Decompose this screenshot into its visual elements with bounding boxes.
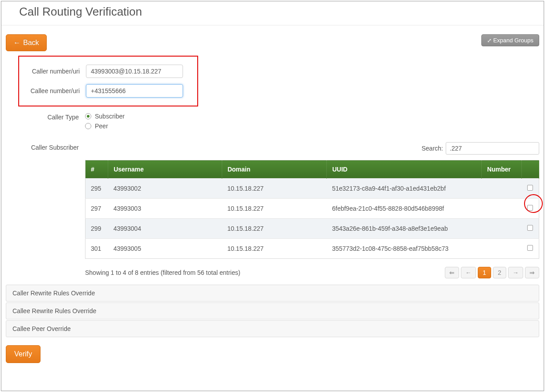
radio-label-peer: Peer (95, 122, 108, 130)
cell-number (482, 239, 522, 259)
cell-uuid: 51e32173-c8a9-44f1-af30-a1ed431eb2bf (327, 179, 482, 199)
cell-id: 299 (85, 219, 108, 239)
row-checkbox[interactable] (527, 225, 533, 231)
caller-type-peer[interactable]: Peer (85, 122, 125, 130)
search-label: Search: (422, 145, 443, 152)
cell-id: 297 (85, 199, 108, 219)
cell-domain: 10.15.18.227 (222, 239, 326, 259)
radio-icon (85, 113, 91, 119)
table-row[interactable]: 297 43993003 10.15.18.227 6febf9ea-21c0-… (85, 199, 539, 219)
page-prev[interactable]: ← (461, 267, 476, 278)
cell-uuid: 6febf9ea-21c0-4f55-8828-80d546b8998f (327, 199, 482, 219)
page-1[interactable]: 1 (478, 267, 491, 278)
table-row[interactable]: 301 43993005 10.15.18.227 355773d2-1c08-… (85, 239, 539, 259)
row-checkbox[interactable] (527, 205, 533, 211)
th-id[interactable]: # (85, 160, 108, 179)
table-row[interactable]: 295 43993002 10.15.18.227 51e32173-c8a9-… (85, 179, 539, 199)
table-info: Showing 1 to 4 of 8 entries (filtered fr… (85, 269, 240, 276)
cell-uuid: 355773d2-1c08-475c-8858-eaf75bb58c73 (327, 239, 482, 259)
row-checkbox[interactable] (527, 245, 533, 251)
callee-number-label: Callee number/uri (22, 87, 86, 94)
search-input[interactable] (446, 142, 539, 155)
row-checkbox[interactable] (527, 185, 533, 191)
page-last[interactable]: ⇒ (525, 267, 539, 278)
cell-username: 43993003 (108, 199, 222, 219)
annotation-highlight-box: Caller number/uri Callee number/uri (18, 56, 198, 106)
caller-type-label: Caller Type (18, 113, 85, 121)
cell-number (482, 179, 522, 199)
radio-label-subscriber: Subscriber (95, 113, 125, 120)
cell-uuid: 3543a26e-861b-459f-a348-a8ef3e1e9eab (327, 219, 482, 239)
th-uuid[interactable]: UUID (327, 160, 482, 179)
cell-domain: 10.15.18.227 (222, 199, 326, 219)
expand-groups-button[interactable]: ⤢ Expand Groups (481, 34, 539, 46)
cell-username: 43993002 (108, 179, 222, 199)
cell-number (482, 219, 522, 239)
back-button[interactable]: ← Back (6, 34, 47, 51)
cell-domain: 10.15.18.227 (222, 179, 326, 199)
caller-subscriber-label: Caller Subscriber (6, 142, 85, 151)
caller-number-input[interactable] (86, 65, 183, 78)
th-number[interactable]: Number (482, 160, 522, 179)
th-select (522, 160, 539, 179)
caller-type-subscriber[interactable]: Subscriber (85, 113, 125, 120)
cell-username: 43993004 (108, 219, 222, 239)
page-next[interactable]: → (508, 267, 523, 278)
cell-id: 295 (85, 179, 108, 199)
subscriber-table: # Username Domain UUID Number 295 439930… (85, 160, 539, 259)
cell-username: 43993005 (108, 239, 222, 259)
accordion-callee-rewrite[interactable]: Callee Rewrite Rules Override (6, 302, 539, 319)
page-2[interactable]: 2 (493, 267, 506, 278)
accordion-callee-peer[interactable]: Callee Peer Override (6, 320, 539, 337)
th-domain[interactable]: Domain (222, 160, 326, 179)
back-label: Back (23, 39, 39, 47)
expand-groups-label: Expand Groups (493, 37, 533, 44)
arrow-left-icon: ← (13, 39, 20, 47)
page-title: Call Routing Verification (19, 5, 530, 19)
th-username[interactable]: Username (108, 160, 222, 179)
expand-icon: ⤢ (487, 37, 492, 44)
verify-button[interactable]: Verify (6, 345, 41, 363)
table-row[interactable]: 299 43993004 10.15.18.227 3543a26e-861b-… (85, 219, 539, 239)
radio-icon (85, 123, 91, 129)
cell-id: 301 (85, 239, 108, 259)
accordion-caller-rewrite[interactable]: Caller Rewrite Rules Override (6, 285, 539, 302)
caller-number-label: Caller number/uri (22, 68, 86, 75)
cell-number (482, 199, 522, 219)
page-first[interactable]: ⇐ (445, 267, 459, 278)
callee-number-input[interactable] (86, 84, 183, 98)
cell-domain: 10.15.18.227 (222, 219, 326, 239)
